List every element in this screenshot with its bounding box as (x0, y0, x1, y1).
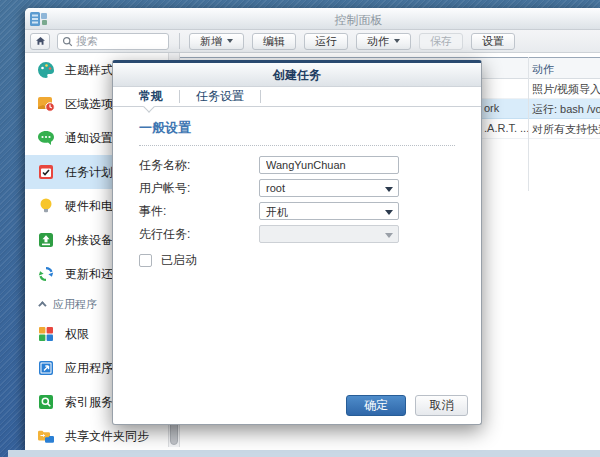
cell-name-fragment: ork (484, 102, 499, 114)
form-row-pretask: 先行任务: (139, 225, 455, 243)
run-button[interactable]: 运行 (304, 33, 348, 50)
tab-separator (179, 90, 180, 103)
chevron-down-icon (385, 210, 393, 215)
column-header-action[interactable]: 动作 (532, 62, 554, 77)
sidebar-item-label: 权限 (65, 326, 89, 343)
tab-separator (260, 90, 261, 103)
sidebar-item-label: 索引服务 (65, 394, 113, 411)
create-task-dialog: 创建任务 常规 任务设置 一般设置 任务名称: 用户帐号: root 事件: 开… (112, 60, 482, 425)
checkbox-label: 已启动 (161, 252, 197, 269)
search-box[interactable] (57, 33, 169, 50)
control-panel-icon (30, 11, 47, 31)
cell-action: 照片/视频导入 (532, 82, 600, 97)
sidebar-item-label: 共享文件夹同步 (65, 428, 149, 445)
dialog-footer: 确定 取消 (346, 395, 468, 416)
home-icon (34, 35, 47, 47)
app-portal-icon (36, 358, 56, 378)
task-scheduler-icon (36, 162, 56, 182)
field-label: 任务名称: (139, 157, 259, 174)
form-row-task-name: 任务名称: (139, 156, 455, 174)
chevron-down-icon (385, 187, 393, 192)
event-select[interactable]: 开机 (259, 202, 399, 220)
edit-button[interactable]: 编辑 (252, 33, 296, 50)
chevron-down-icon (227, 39, 233, 43)
window-titlebar: 控制面板 (25, 8, 600, 30)
external-device-icon (36, 230, 56, 250)
sidebar-item-label: 任务计划 (65, 164, 113, 181)
ok-button[interactable]: 确定 (346, 395, 406, 416)
cancel-button[interactable]: 取消 (415, 395, 468, 416)
settings-button[interactable]: 设置 (471, 33, 515, 50)
notification-icon (36, 128, 56, 148)
window-title: 控制面板 (71, 12, 600, 29)
cell-action: 对所有支持快速检 (532, 122, 600, 137)
field-label: 事件: (139, 203, 259, 220)
dialog-body: 一般设置 任务名称: 用户帐号: root 事件: 开机 先行任务: (113, 107, 481, 390)
sidebar-item-label: 外接设备 (65, 232, 113, 249)
sidebar-section-label: 应用程序 (53, 297, 97, 312)
folder-sync-icon (36, 426, 56, 446)
cell-name-fragment: .A.R.T. ... (484, 122, 529, 134)
toolbar: 新增 编辑 运行 动作 保存 设置 (25, 30, 600, 53)
form-row-event: 事件: 开机 (139, 202, 455, 220)
chevron-down-icon (394, 39, 400, 43)
save-button: 保存 (419, 33, 463, 50)
section-title: 一般设置 (139, 119, 455, 146)
pretask-select (259, 225, 399, 243)
home-button[interactable] (30, 33, 50, 50)
search-icon (62, 36, 73, 47)
create-button[interactable]: 新增 (189, 33, 244, 50)
user-account-select[interactable]: root (259, 179, 399, 197)
sidebar-item-label: 主题样式 (65, 62, 113, 79)
search-input[interactable] (76, 35, 156, 47)
update-restore-icon (36, 264, 56, 284)
power-icon (36, 196, 56, 216)
index-service-icon (36, 392, 56, 412)
action-button[interactable]: 动作 (356, 33, 411, 50)
window-bottom-edge (8, 450, 600, 457)
enabled-checkbox-row: 已启动 (139, 252, 455, 269)
column-divider (528, 57, 529, 191)
dialog-title: 创建任务 (113, 63, 481, 87)
toolbar-separator (179, 33, 180, 49)
selected-value: 开机 (266, 205, 288, 220)
tab-task-settings[interactable]: 任务设置 (192, 88, 248, 105)
enabled-checkbox[interactable] (139, 254, 152, 267)
selected-value: root (266, 182, 285, 194)
privileges-icon (36, 324, 56, 344)
dialog-tabs: 常规 任务设置 (113, 87, 481, 107)
cell-action: 运行: bash /volu (532, 102, 600, 117)
chevron-up-icon (38, 301, 46, 309)
field-label: 用户帐号: (139, 180, 259, 197)
sidebar-item-label: 通知设置 (65, 130, 113, 147)
sidebar-item-label: 区域选项 (65, 96, 113, 113)
region-icon (36, 94, 56, 114)
task-name-input[interactable] (259, 156, 399, 174)
field-label: 先行任务: (139, 226, 259, 243)
chevron-down-icon (385, 233, 393, 238)
form-row-user-account: 用户帐号: root (139, 179, 455, 197)
palette-icon (36, 60, 56, 80)
